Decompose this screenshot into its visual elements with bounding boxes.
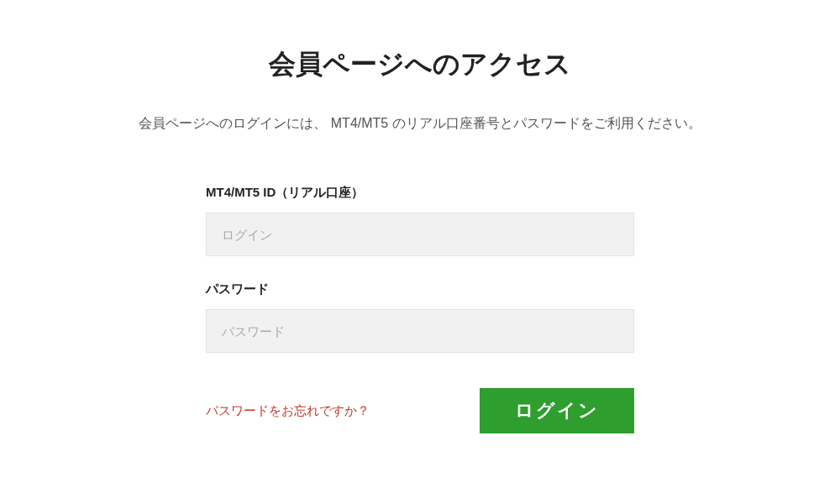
page-description: 会員ページへのログインには、 MT4/MT5 のリアル口座番号とパスワードをご利… [0, 115, 840, 133]
page-title: 会員ページへのアクセス [0, 46, 840, 83]
id-input[interactable] [206, 213, 634, 256]
login-form: MT4/MT5 ID（リアル口座） パスワード パスワードをお忘れですか？ ログ… [206, 185, 634, 433]
form-footer: パスワードをお忘れですか？ ログイン [206, 388, 634, 433]
forgot-password-link[interactable]: パスワードをお忘れですか？ [206, 403, 370, 419]
login-button[interactable]: ログイン [480, 388, 634, 433]
login-container: 会員ページへのアクセス 会員ページへのログインには、 MT4/MT5 のリアル口… [0, 0, 840, 433]
password-input[interactable] [206, 309, 634, 353]
password-field-label: パスワード [206, 281, 634, 297]
id-field-label: MT4/MT5 ID（リアル口座） [206, 185, 634, 201]
